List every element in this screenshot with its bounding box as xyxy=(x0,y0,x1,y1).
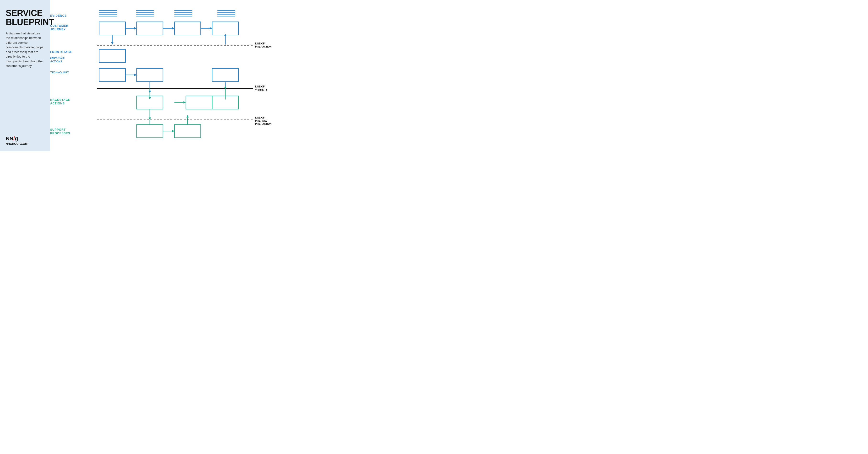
employee-actions-label1: EMPLOYEE xyxy=(50,57,65,60)
diagram-area: EVIDENCE CUSTOMER JOURNEY xyxy=(50,0,289,151)
title-line1: SERVICE xyxy=(6,8,42,18)
journey-box-4 xyxy=(212,22,239,35)
support-label2: PROCESSES xyxy=(50,132,70,135)
diagram-svg: EVIDENCE CUSTOMER JOURNEY xyxy=(50,0,289,151)
line-internal-label1: LINE OF xyxy=(255,116,265,119)
line-internal-label3: INTERACTION xyxy=(255,123,271,125)
nn-url: NNGROUP.COM xyxy=(6,142,44,146)
evidence-label: EVIDENCE xyxy=(50,14,67,18)
page-title: SERVICE BLUEPRINT xyxy=(6,9,44,27)
backstage-box-2 xyxy=(186,96,212,109)
frontstage-label: FRONTSTAGE xyxy=(50,51,72,54)
line-of-visibility-label2: VISIBILITY xyxy=(255,88,267,91)
arrow-right-1 xyxy=(134,27,137,30)
line-of-visibility-label1: LINE OF xyxy=(255,85,265,88)
title-line2: BLUEPRINT xyxy=(6,17,54,27)
journey-box-1 xyxy=(99,22,125,35)
tech-box-1 xyxy=(99,68,125,82)
arrow-right-3 xyxy=(210,27,212,30)
employee-box-1 xyxy=(99,50,125,63)
nn-logo: NN/g xyxy=(6,135,44,142)
employee-actions-label2: ACTIONS xyxy=(50,60,62,63)
journey-box-2 xyxy=(137,22,163,35)
journey-box-3 xyxy=(175,22,201,35)
line-internal-label2: INTERNAL xyxy=(255,119,267,122)
line-of-interaction-label2: INTERACTION xyxy=(255,46,271,48)
arrow-down-journey xyxy=(111,42,114,45)
arrow-right-backstage xyxy=(184,101,186,104)
technology-label: TECHNOLOGY xyxy=(50,71,69,74)
line-of-interaction-label1: LINE OF xyxy=(255,42,265,45)
arrow-right-2 xyxy=(172,27,175,30)
tech-box-3 xyxy=(212,68,239,82)
arrow-up-support xyxy=(186,115,189,118)
branding: NN/g NNGROUP.COM xyxy=(6,135,44,146)
customer-journey-label2: JOURNEY xyxy=(50,28,66,31)
backstage-label1: BACKSTAGE xyxy=(50,98,70,101)
support-box-2 xyxy=(175,125,201,138)
backstage-label2: ACTIONS xyxy=(50,102,65,105)
left-panel: SERVICE BLUEPRINT A diagram that visuali… xyxy=(0,0,50,151)
left-top: SERVICE BLUEPRINT A diagram that visuali… xyxy=(6,9,44,68)
arrow-up-backstage xyxy=(224,86,226,88)
customer-journey-label: CUSTOMER xyxy=(50,24,68,28)
tech-box-2 xyxy=(137,68,163,82)
arrow-right-tech xyxy=(134,74,137,76)
arrow-down-support xyxy=(149,118,151,120)
support-label1: SUPPORT xyxy=(50,128,66,131)
support-box-1 xyxy=(137,125,163,138)
description-text: A diagram that visualizes the relationsh… xyxy=(6,31,44,68)
arrow-right-support xyxy=(172,130,175,132)
arrow-down-backstage xyxy=(149,97,151,100)
